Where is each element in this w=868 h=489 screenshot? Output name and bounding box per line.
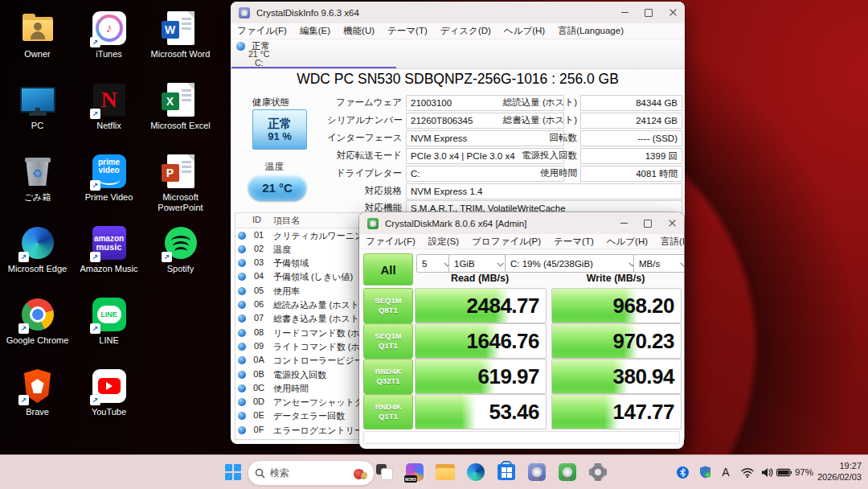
stat-label: 総書込量 (ホスト) <box>476 114 577 126</box>
desktop-icon-netflix[interactable]: N↗ Netflix <box>73 76 145 148</box>
desktop-icon-edge[interactable]: ↗ Microsoft Edge <box>2 220 73 291</box>
search-icon <box>255 468 265 479</box>
desktop-icon-chrome[interactable]: ↗ Google Chrome <box>2 291 73 363</box>
minimize-button[interactable] <box>612 212 636 234</box>
battery-tray-button[interactable]: 97% <box>776 455 813 489</box>
menu-language[interactable]: 言語(Language) <box>661 236 684 248</box>
wifi-tray-button[interactable] <box>738 455 757 489</box>
search-placeholder: 検索 <box>270 466 354 480</box>
desktop-icon-excel[interactable]: X Microsoft Excel <box>145 76 216 148</box>
menu-settings[interactable]: 設定(S) <box>428 236 459 248</box>
start-button[interactable] <box>223 462 243 482</box>
smart-header-name: 項目名 <box>273 215 300 227</box>
read-column-header: Read (MB/s) <box>415 273 545 286</box>
menu-disk[interactable]: ディスク(D) <box>440 25 491 37</box>
menu-file[interactable]: ファイル(F) <box>366 236 416 248</box>
write-result-bar: 380.94 <box>551 359 682 394</box>
bluetooth-tray-button[interactable] <box>672 455 693 489</box>
powerpoint-icon: P <box>163 154 199 189</box>
unit-dropdown[interactable]: MB/s <box>633 254 684 273</box>
target-drive-dropdown[interactable]: C: 19% (45/238GiB) <box>505 254 640 273</box>
desktop-icon-powerpoint[interactable]: P Microsoft PowerPoint <box>145 148 216 220</box>
menu-profile[interactable]: プロファイル(P) <box>472 236 541 248</box>
menu-function[interactable]: 機能(U) <box>343 25 375 37</box>
read-result-bar: 619.97 <box>415 359 547 394</box>
close-button[interactable] <box>661 2 685 23</box>
test-button[interactable]: SEQ1MQ8T1 <box>363 288 413 323</box>
recycle-bin-icon: ♻ <box>20 154 55 189</box>
desktop-icon-youtube[interactable]: ↗ YouTube <box>73 363 145 434</box>
running-indicator <box>596 478 600 480</box>
settings-taskbar-button[interactable] <box>588 462 608 482</box>
shortcut-arrow-icon: ↗ <box>162 252 172 262</box>
desktop-icon-grid: Owner ♪↗ iTunes W Microsoft Word PC N↗ N… <box>2 5 217 434</box>
cdi-titlebar[interactable]: CrystalDiskInfo 9.6.3 x64 <box>231 2 685 23</box>
menu-file[interactable]: ファイル(F) <box>237 25 287 37</box>
read-result-bar: 2484.77 <box>415 288 547 323</box>
cdm-titlebar[interactable]: CrystalDiskMark 8.0.6 x64 [Admin] <box>359 212 684 234</box>
write-result-bar: 970.23 <box>551 323 682 359</box>
store-icon <box>497 464 515 480</box>
volume-tray-button[interactable] <box>757 455 776 489</box>
health-status-box[interactable]: 正常 91 % <box>252 109 307 150</box>
write-column-header: Write (MB/s) <box>551 273 680 286</box>
menu-theme[interactable]: テーマ(T) <box>387 25 428 37</box>
temperature-pill[interactable]: 21 °C <box>248 174 307 201</box>
stat-value: 4081 時間 <box>580 166 682 182</box>
file-explorer-button[interactable] <box>436 462 455 482</box>
ime-mode-button[interactable]: A <box>717 455 735 489</box>
task-view-button[interactable] <box>375 462 394 482</box>
icon-label: Microsoft Excel <box>150 121 211 131</box>
maximize-button[interactable] <box>637 2 661 23</box>
desktop-icon-line[interactable]: LINE↗ LINE <box>73 291 145 363</box>
status-dot-icon <box>238 384 246 392</box>
desktop-icon-recycle-bin[interactable]: ♻ ごみ箱 <box>2 148 73 220</box>
crystaldiskinfo-taskbar-button[interactable] <box>527 462 547 482</box>
test-button[interactable]: RND4KQ1T1 <box>363 394 413 429</box>
disk-tab-c-drive[interactable]: 正常 21 °C C: <box>231 39 397 68</box>
desktop-icon-prime-video[interactable]: primevideo↗ Prime Video <box>73 148 145 220</box>
disk-status-dot-icon <box>236 42 245 51</box>
minimize-button[interactable] <box>612 2 637 23</box>
microsoft365-copilot-button[interactable]: M365 <box>405 462 424 482</box>
test-button[interactable]: SEQ1MQ1T1 <box>363 323 413 359</box>
m365-copilot-icon: M365 <box>406 463 424 481</box>
test-size-dropdown[interactable]: 1GiB <box>448 254 508 273</box>
clock-date: 2026/02/03 <box>817 472 862 483</box>
crystaldiskmark-taskbar-button[interactable] <box>558 462 577 482</box>
menu-edit[interactable]: 編集(E) <box>300 25 330 37</box>
speaker-icon <box>761 467 773 478</box>
excel-icon: X <box>163 82 199 117</box>
desktop-icon-brave[interactable]: ↗ Brave <box>2 363 73 434</box>
close-button[interactable] <box>660 212 684 234</box>
shortcut-arrow-icon: ↗ <box>18 252 29 262</box>
crystaldiskmark-window: CrystalDiskMark 8.0.6 x64 [Admin] ファイル(F… <box>359 212 684 449</box>
run-all-button[interactable]: All <box>363 253 413 286</box>
maximize-button[interactable] <box>636 212 660 234</box>
icon-label: Brave <box>26 407 49 417</box>
security-tray-button[interactable] <box>694 455 715 489</box>
icon-label: iTunes <box>96 49 122 60</box>
menu-theme[interactable]: テーマ(T) <box>554 236 594 248</box>
desktop-icon-itunes[interactable]: ♪↗ iTunes <box>73 5 145 76</box>
health-label: 健康状態 <box>252 97 289 109</box>
stat-label: 回転数 <box>476 132 577 144</box>
menu-help[interactable]: ヘルプ(H) <box>607 236 648 248</box>
icon-label: Netflix <box>96 121 121 131</box>
desktop-icon-owner[interactable]: Owner <box>2 5 73 76</box>
folder-user-icon <box>20 10 55 46</box>
desktop-icon-word[interactable]: W Microsoft Word <box>145 5 216 76</box>
desktop-icon-pc[interactable]: PC <box>2 76 73 148</box>
menu-help[interactable]: ヘルプ(H) <box>504 25 545 37</box>
desktop-icon-spotify[interactable]: ↗ Spotify <box>145 220 216 291</box>
test-button[interactable]: RND4KQ32T1 <box>363 359 413 394</box>
edge-button[interactable] <box>466 462 485 482</box>
stat-label: 電源投入回数 <box>476 150 577 162</box>
menu-language[interactable]: 言語(Language) <box>558 25 624 37</box>
taskbar-clock[interactable]: 19:27 2026/02/03 <box>817 455 862 489</box>
search-box[interactable]: 検索 <box>248 460 375 486</box>
desktop-icon-amazon-music[interactable]: amazonmusic↗ Amazon Music <box>73 220 145 291</box>
temperature-value: 21 °C <box>262 181 293 195</box>
microsoft-store-button[interactable] <box>497 462 516 482</box>
field-label: シリアルナンバー <box>327 114 402 126</box>
